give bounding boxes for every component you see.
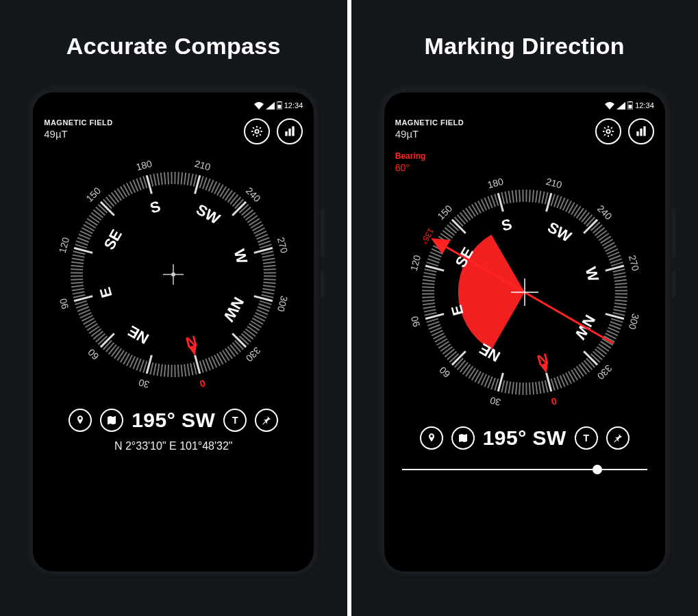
svg-line-87 bbox=[114, 190, 121, 202]
svg-line-226 bbox=[520, 383, 526, 395]
svg-line-264 bbox=[425, 312, 437, 316]
bar-chart-icon bbox=[634, 125, 648, 138]
svg-line-96 bbox=[143, 176, 147, 188]
magnetic-field-block: MAGNETIC FIELD 49µT bbox=[395, 118, 464, 140]
svg-line-103 bbox=[166, 172, 171, 184]
magnetic-field-value: 49µT bbox=[44, 128, 113, 140]
svg-line-9 bbox=[190, 363, 194, 376]
pushpin-icon bbox=[261, 415, 272, 426]
svg-text:180: 180 bbox=[135, 158, 153, 173]
svg-line-51 bbox=[75, 301, 88, 305]
svg-text:NW: NW bbox=[220, 294, 247, 324]
svg-text:210: 210 bbox=[545, 176, 563, 191]
svg-text:135°: 135° bbox=[419, 227, 436, 246]
settings-button[interactable] bbox=[244, 118, 270, 144]
svg-line-360 bbox=[615, 287, 627, 294]
pushpin-icon bbox=[612, 433, 623, 444]
bar-chart-icon bbox=[283, 125, 297, 138]
svg-line-222 bbox=[534, 382, 538, 394]
svg-line-133 bbox=[249, 218, 261, 225]
svg-line-219 bbox=[545, 381, 548, 393]
stats-button[interactable] bbox=[277, 118, 303, 144]
svg-text:330: 330 bbox=[595, 363, 614, 382]
svg-line-8 bbox=[193, 363, 197, 375]
svg-line-397 bbox=[551, 378, 554, 391]
svg-line-262 bbox=[426, 319, 438, 322]
svg-line-146 bbox=[263, 260, 275, 265]
settings-button[interactable] bbox=[595, 118, 621, 144]
svg-line-344 bbox=[599, 236, 612, 243]
svg-text:240: 240 bbox=[595, 203, 614, 222]
svg-text:270: 270 bbox=[275, 236, 290, 255]
svg-line-361 bbox=[615, 291, 627, 297]
svg-line-254 bbox=[438, 342, 450, 348]
svg-line-141 bbox=[260, 244, 272, 248]
svg-text:SE: SE bbox=[101, 227, 125, 253]
pane-left: Accurate Compass 12:34 MAGNETIC FIELD 49… bbox=[0, 0, 347, 616]
svg-text:60: 60 bbox=[86, 346, 101, 361]
svg-line-312 bbox=[510, 190, 515, 203]
svg-line-225 bbox=[523, 383, 529, 395]
compass-dial[interactable]: 0306090120150180210240270300330 NNEESESS… bbox=[401, 169, 648, 415]
svg-text:210: 210 bbox=[194, 158, 212, 173]
svg-line-224 bbox=[527, 383, 532, 395]
bearing-slider[interactable] bbox=[395, 465, 654, 474]
pin-icon bbox=[426, 433, 437, 444]
t-icon: T bbox=[232, 415, 238, 426]
svg-rect-5 bbox=[289, 129, 291, 136]
svg-line-13 bbox=[176, 365, 182, 377]
svg-line-316 bbox=[523, 190, 529, 202]
compass-dial[interactable]: 0306090120150180210240270300330 NNEESESS… bbox=[50, 151, 297, 398]
svg-line-311 bbox=[507, 191, 511, 203]
svg-line-132 bbox=[247, 216, 259, 222]
svg-rect-1 bbox=[278, 101, 281, 102]
svg-text:120: 120 bbox=[57, 236, 72, 255]
svg-line-59 bbox=[71, 273, 83, 279]
svg-line-220 bbox=[541, 381, 545, 394]
svg-text:90: 90 bbox=[408, 315, 422, 328]
svg-line-355 bbox=[613, 272, 625, 276]
svg-line-177 bbox=[225, 348, 232, 360]
svg-line-266 bbox=[423, 305, 436, 309]
svg-line-105 bbox=[172, 172, 178, 184]
svg-text:30: 30 bbox=[138, 377, 151, 391]
svg-rect-4 bbox=[286, 131, 288, 136]
location-button[interactable] bbox=[68, 409, 92, 432]
true-north-button[interactable]: T bbox=[575, 426, 598, 450]
svg-rect-2 bbox=[277, 105, 281, 109]
location-button[interactable] bbox=[420, 426, 443, 450]
battery-icon bbox=[277, 101, 282, 110]
svg-line-42 bbox=[88, 326, 101, 333]
pin-button[interactable] bbox=[255, 409, 278, 432]
svg-line-270 bbox=[422, 291, 434, 297]
slider-track bbox=[402, 469, 647, 470]
svg-line-104 bbox=[169, 172, 175, 184]
stats-button[interactable] bbox=[628, 118, 654, 144]
magnetic-field-value: 49µT bbox=[395, 128, 464, 140]
svg-text:240: 240 bbox=[244, 185, 263, 204]
svg-text:300: 300 bbox=[275, 294, 290, 313]
svg-line-14 bbox=[172, 365, 178, 377]
map-button[interactable] bbox=[100, 409, 123, 432]
map-icon bbox=[458, 433, 469, 444]
coordinates-text: N 2°33'10" E 101°48'32" bbox=[44, 440, 303, 452]
signal-icon bbox=[616, 102, 625, 110]
slider-thumb[interactable] bbox=[593, 465, 602, 474]
map-button[interactable] bbox=[451, 426, 475, 450]
bearing-label: Bearing bbox=[395, 151, 654, 161]
svg-text:150: 150 bbox=[84, 185, 103, 204]
true-north-button[interactable]: T bbox=[223, 409, 247, 432]
gear-icon bbox=[250, 125, 264, 138]
wifi-icon bbox=[254, 102, 264, 110]
svg-line-389 bbox=[574, 367, 581, 379]
pin-button[interactable] bbox=[606, 426, 630, 450]
pin-icon bbox=[75, 415, 86, 426]
svg-rect-217 bbox=[643, 127, 645, 136]
svg-line-88 bbox=[118, 188, 125, 200]
svg-line-267 bbox=[423, 302, 435, 307]
gear-icon bbox=[601, 125, 615, 138]
svg-text:180: 180 bbox=[486, 176, 505, 191]
pane-title-left: Accurate Compass bbox=[66, 33, 281, 60]
svg-line-388 bbox=[576, 365, 583, 378]
svg-line-253 bbox=[439, 344, 451, 351]
